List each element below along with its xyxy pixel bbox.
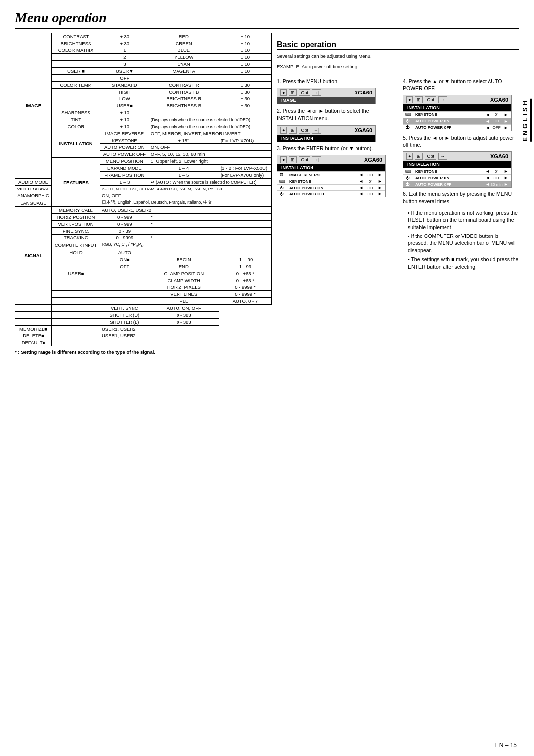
table-row: 3 CYAN ± 10 xyxy=(15,61,272,68)
table-row: FINE SYNC. 0 - 39 xyxy=(15,228,272,235)
category-image: IMAGE xyxy=(15,33,52,179)
xga-label-5: XGA60 xyxy=(490,153,508,159)
xga-row-auto-power-off: ⏻ AUTO POWER OFF ◄ OFF ► xyxy=(277,190,385,197)
xga-box-1: ● ⊞ Opt →| XGA60 IMAGE xyxy=(277,88,376,104)
table-row: VERT LINES 0 - 9999 * xyxy=(15,290,272,297)
step-1: 1. Press the MENU button. ● ⊞ Opt →| xyxy=(277,78,393,105)
step-2: 2. Press the ◄ or ► button to select the… xyxy=(277,107,393,142)
table-row: VERT. SYNC AUTO, ON, OFF xyxy=(15,304,272,311)
xga-row-img-rev: 🖼 IMAGE REVERSE ◄ OFF ► xyxy=(277,171,385,178)
table-row: OFF xyxy=(15,75,272,82)
table-row: CLAMP WIDTH 0 - +63 * xyxy=(15,277,272,284)
xga-label-1: XGA60 xyxy=(355,90,372,95)
xga-tab-1: IMAGE xyxy=(277,97,375,104)
xga-box-4: ● ⊞ Opt →| XGA60 INSTALLATION ⌨ KEYST xyxy=(403,95,512,131)
xga-box-3: ● ⊞ Opt →| XGA60 INSTALLATION 🖼 IMAG xyxy=(277,155,386,197)
xga-box-2: ● ⊞ Opt →| XGA60 INSTALLATION xyxy=(277,125,376,142)
xga-header-1: ● ⊞ Opt →| XGA60 xyxy=(277,88,375,97)
table-row: IMAGE CONTRAST ± 30 RED ± 10 xyxy=(15,33,272,40)
xga-box-5: ● ⊞ Opt →| XGA60 INSTALLATION ⌨ KEYST xyxy=(403,151,512,188)
main-layout: IMAGE CONTRAST ± 30 RED ± 10 BRIGHTNESS … xyxy=(15,33,519,355)
basic-operation: Basic operation Several settings can be … xyxy=(277,40,519,272)
xga-header-2: ● ⊞ Opt →| XGA60 xyxy=(277,126,375,135)
xga-tab-4: INSTALLATION xyxy=(403,104,511,111)
step-3: 3. Press the ENTER button (or ▼ button).… xyxy=(277,145,393,198)
example-label: EXAMPLE: Auto power off time setting xyxy=(277,63,519,70)
table-row: COLOR ± 10 (Displays only when the sourc… xyxy=(15,123,272,130)
table-row: HIGH CONTRAST B ± 30 xyxy=(15,89,272,95)
left-col: 1. Press the MENU button. ● ⊞ Opt →| xyxy=(277,75,393,272)
xga-header-5: ● ⊞ Opt →| XGA60 xyxy=(403,152,511,161)
table-row: USER■ CLAMP POSITION 0 - +63 * xyxy=(15,270,272,277)
intro-text: Several settings can be adjusted using M… xyxy=(277,53,519,59)
table-row: HORIZ.POSITION 0 - 999 * xyxy=(15,214,272,221)
right-col: 4. Press the ▲ or ▼ button to select AUT… xyxy=(403,75,519,272)
bullet-points: • If the menu operation is not working, … xyxy=(403,209,519,271)
table-row: INSTALLATION IMAGE REVERSE OFF, MIRROR, … xyxy=(15,130,272,137)
table-row: DELETE■ USER1, USER2 xyxy=(15,332,272,339)
two-col-layout: 1. Press the MENU button. ● ⊞ Opt →| xyxy=(277,75,519,272)
basic-operation-title: Basic operation xyxy=(277,40,519,50)
xga-row-auto-power-on-5: ⏻ AUTO POWER ON ◄ OFF ► xyxy=(403,174,511,181)
table-row: TRACKING 0 - 9999 * xyxy=(15,235,272,241)
step-6: 6. Exit the menu system by pressing the … xyxy=(403,190,519,205)
table-row: MEMORIZE■ USER1, USER2 xyxy=(15,325,272,332)
xga-tab-5: INSTALLATION xyxy=(403,161,511,168)
page-number: EN – 15 xyxy=(495,742,517,749)
table-row: USER ■ USER▼ MAGENTA ± 10 xyxy=(15,68,272,75)
bullet-3: • The settings with ■ mark, you should p… xyxy=(408,256,519,270)
table-row: SHUTTER (U) 0 - 383 xyxy=(15,311,272,318)
xga-label-3: XGA60 xyxy=(364,157,382,163)
table-row: VERT.POSITION 0 - 999 * xyxy=(15,221,272,228)
right-section: Basic operation Several settings can be … xyxy=(277,33,519,355)
table-row: DEFAULT■ xyxy=(15,339,272,346)
table-row: ON■ BEGIN -1 - -99 xyxy=(15,256,272,263)
table-row: SHUTTER (L) 0 - 383 xyxy=(15,318,272,325)
table-row: FEATURES MENU POSITION 1=Upper left, 2=L… xyxy=(15,158,272,165)
table-row: USER■ BRIGHTNESS B ± 30 xyxy=(15,102,272,109)
table-row: COLOR TEMP. STANDARD CONTRAST R ± 30 xyxy=(15,82,272,89)
bullet-2: • If the COMPUTER or VIDEO button is pre… xyxy=(408,233,519,254)
xga-row-auto-power-off-4: ⏻ AUTO POWER OFF ◄ OFF ► xyxy=(403,124,511,131)
menu-tree-table: IMAGE CONTRAST ± 30 RED ± 10 BRIGHTNESS … xyxy=(15,33,272,346)
table-row: HOLD AUTO xyxy=(15,249,272,256)
table-row: TINT ± 10 (Displays only when the source… xyxy=(15,116,272,123)
table-row: COLOR MATRIX 1 BLUE ± 10 xyxy=(15,47,272,54)
table-row: HORIZ. PIXELS 0 - 9999 * xyxy=(15,284,272,290)
table-row: BRIGHTNESS ± 30 GREEN ± 10 xyxy=(15,40,272,47)
category-signal: SIGNAL xyxy=(15,207,52,305)
xga-row-keystone-5: ⌨ KEYSTONE ◄ 0° ► xyxy=(403,168,511,174)
table-row: COMPUTER INPUT RGB, YCBCR / YPBPR xyxy=(15,241,272,249)
table-row: PLL AUTO, 0 - 7 xyxy=(15,297,272,304)
xga-row-auto-power-on-4: ⏻ AUTO POWER ON ◄ OFF ► xyxy=(403,118,511,124)
xga-header-3: ● ⊞ Opt →| XGA60 xyxy=(277,155,385,164)
page-title: Menu operation xyxy=(15,10,519,29)
table-row: SHARPNESS ± 10 xyxy=(15,109,272,116)
category-features: FEATURES xyxy=(52,158,100,207)
menu-diagram: IMAGE CONTRAST ± 30 RED ± 10 BRIGHTNESS … xyxy=(15,33,272,355)
xga-tab-3: INSTALLATION xyxy=(277,164,385,171)
signal-note: * : Setting range is different according… xyxy=(15,349,272,355)
table-row: LOW BRIGHTNESS R ± 30 xyxy=(15,95,272,102)
xga-label-2: XGA60 xyxy=(355,127,372,133)
xga-header-4: ● ⊞ Opt →| XGA60 xyxy=(403,95,511,104)
step-4: 4. Press the ▲ or ▼ button to select AUT… xyxy=(403,78,519,131)
xga-row-auto-power-on: ⏻ AUTO POWER ON ◄ OFF ► xyxy=(277,184,385,190)
xga-row-keystone-4: ⌨ KEYSTONE ◄ 0° ► xyxy=(403,111,511,118)
xga-label-4: XGA60 xyxy=(490,97,508,103)
table-row: OFF END 1 - 99 xyxy=(15,263,272,270)
category-installation: INSTALLATION xyxy=(52,130,100,158)
bullet-1: • If the menu operation is not working, … xyxy=(408,209,519,231)
xga-row-keystone: ⌨ KEYSTONE ◄ 0° ► xyxy=(277,178,385,184)
xga-tab-2: INSTALLATION xyxy=(277,135,375,142)
xga-row-auto-power-off-5: ⏻ AUTO POWER OFF ◄ 30 min ► xyxy=(403,181,511,187)
table-row: 2 YELLOW ± 10 xyxy=(15,54,272,61)
english-sidebar-label: ENGLISH xyxy=(521,99,532,142)
step-5: 5. Press the ◄ or ► button to adjust aut… xyxy=(403,134,519,188)
table-row: SIGNAL MEMORY CALL AUTO, USER1, USER2 xyxy=(15,207,272,214)
